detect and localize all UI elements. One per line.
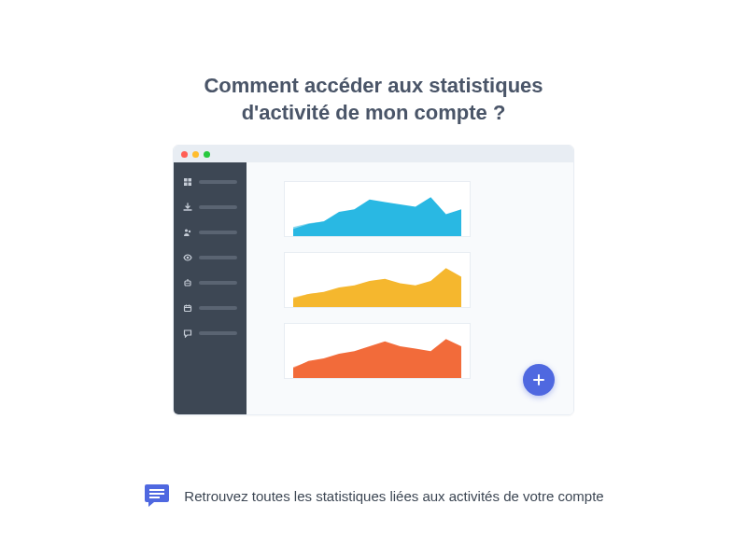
svg-rect-3 <box>189 183 192 187</box>
svg-rect-2 <box>184 183 188 187</box>
svg-point-8 <box>186 283 187 284</box>
sidebar-item-label <box>199 205 237 209</box>
sidebar-item-chat[interactable] <box>183 329 237 338</box>
svg-rect-1 <box>189 178 192 182</box>
download-icon <box>183 203 192 212</box>
grid-icon <box>183 177 192 187</box>
chat-icon <box>143 482 171 510</box>
area-chart-icon <box>293 264 461 307</box>
window-close-icon[interactable] <box>181 151 188 158</box>
page-title: Comment accéder aux statistiques d'activ… <box>0 0 747 126</box>
sidebar-item-label <box>199 331 237 335</box>
svg-point-5 <box>189 231 190 232</box>
app-body <box>174 162 573 414</box>
add-button[interactable] <box>523 364 555 396</box>
area-chart-icon <box>293 193 461 236</box>
sidebar-item-label <box>199 281 237 285</box>
sidebar-item-eye[interactable] <box>183 253 237 262</box>
eye-icon <box>183 253 192 262</box>
svg-rect-11 <box>149 489 164 491</box>
chart-1 <box>284 181 471 237</box>
sidebar-item-label <box>199 256 237 259</box>
svg-point-4 <box>185 230 188 232</box>
sidebar-item-download[interactable] <box>183 203 237 212</box>
chat-icon <box>183 329 192 338</box>
sidebar-item-label <box>199 231 237 234</box>
plus-icon <box>532 373 545 386</box>
sidebar-item-robot[interactable] <box>183 278 237 287</box>
window-maximize-icon[interactable] <box>204 151 210 158</box>
svg-rect-7 <box>185 281 190 286</box>
sidebar-item-label <box>199 180 237 184</box>
area-chart-icon <box>293 335 461 378</box>
svg-rect-0 <box>184 178 188 182</box>
sidebar-item-calendar[interactable] <box>183 303 237 313</box>
chart-2 <box>284 252 471 308</box>
svg-rect-13 <box>149 497 160 498</box>
title-line-2: d'activité de mon compte ? <box>0 100 747 127</box>
sidebar-item-grid[interactable] <box>183 177 237 187</box>
sidebar-item-users[interactable] <box>183 228 237 237</box>
footer-text: Retrouvez toutes les statistiques liées … <box>184 488 603 504</box>
app-window <box>173 145 574 415</box>
window-minimize-icon[interactable] <box>192 151 199 158</box>
users-icon <box>183 228 192 237</box>
sidebar <box>174 162 247 414</box>
footer: Retrouvez toutes les statistiques liées … <box>0 482 747 510</box>
window-titlebar <box>174 146 573 162</box>
calendar-icon <box>183 303 192 313</box>
svg-rect-10 <box>185 306 191 312</box>
title-line-1: Comment accéder aux statistiques <box>0 73 747 100</box>
svg-rect-12 <box>149 493 164 495</box>
svg-point-9 <box>188 283 189 284</box>
chart-3 <box>284 323 471 379</box>
main-content <box>247 162 573 414</box>
svg-point-6 <box>187 257 190 259</box>
sidebar-item-label <box>199 306 237 310</box>
robot-icon <box>183 278 192 287</box>
